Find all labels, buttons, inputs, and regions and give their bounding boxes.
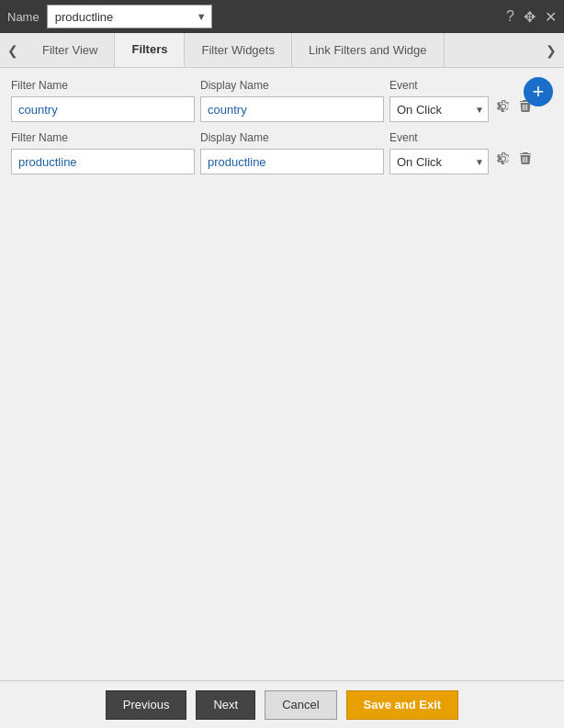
nav-next-arrow[interactable]: ❯ — [538, 33, 564, 68]
header-bar: Name productline ▼ ? ✥ ✕ — [0, 0, 564, 33]
delete-icon-2[interactable] — [516, 150, 535, 168]
next-button[interactable]: Next — [196, 690, 255, 720]
filter-name-label-2: Filter Name — [11, 131, 195, 144]
event-label-2: Event — [389, 131, 489, 144]
display-name-label-1: Display Name — [200, 79, 384, 92]
event-group-1: Event On Click On Hover On Load ▼ — [389, 79, 489, 122]
move-icon[interactable]: ✥ — [524, 8, 536, 26]
event-select-wrapper-1: On Click On Hover On Load ▼ — [389, 96, 489, 122]
main-content: + Filter Name Display Name Event On Clic… — [0, 68, 564, 680]
filter-name-group-1: Filter Name — [11, 79, 195, 122]
row-actions-2 — [494, 150, 535, 170]
tab-link-filters[interactable]: Link Filters and Widge — [292, 33, 445, 67]
nav-tabs-list: Filter View Filters Filter Widgets Link … — [26, 33, 538, 67]
event-select-2[interactable]: On Click On Hover On Load — [389, 149, 489, 174]
header-icons: ? ✥ ✕ — [506, 8, 557, 26]
display-name-label-2: Display Name — [200, 131, 384, 144]
name-label: Name — [7, 10, 39, 24]
cancel-button[interactable]: Cancel — [265, 690, 336, 720]
event-group-2: Event On Click On Hover On Load ▼ — [389, 131, 489, 174]
nav-tabs: ❮ Filter View Filters Filter Widgets Lin… — [0, 33, 564, 68]
name-select[interactable]: productline — [47, 5, 212, 28]
filter-name-group-2: Filter Name — [11, 131, 195, 174]
tab-filter-widgets[interactable]: Filter Widgets — [185, 33, 291, 67]
filter-name-label-1: Filter Name — [11, 79, 195, 92]
event-select-wrapper-2: On Click On Hover On Load ▼ — [389, 149, 489, 174]
event-label-1: Event — [389, 79, 489, 92]
display-name-input-2[interactable] — [200, 149, 384, 174]
settings-icon-1[interactable] — [494, 97, 513, 116]
filter-row-1: Filter Name Display Name Event On Click … — [11, 79, 553, 122]
help-icon[interactable]: ? — [506, 8, 514, 25]
event-select-1[interactable]: On Click On Hover On Load — [389, 96, 489, 122]
filter-row-2: Filter Name Display Name Event On Click … — [11, 131, 553, 174]
nav-prev-arrow[interactable]: ❮ — [0, 33, 26, 68]
add-filter-button[interactable]: + — [524, 77, 553, 106]
previous-button[interactable]: Previous — [106, 690, 187, 720]
close-icon[interactable]: ✕ — [545, 8, 557, 26]
display-name-group-2: Display Name — [200, 131, 384, 174]
footer: Previous Next Cancel Save and Exit — [0, 680, 564, 728]
settings-icon-2[interactable] — [494, 150, 513, 168]
display-name-group-1: Display Name — [200, 79, 384, 122]
name-select-wrapper: productline ▼ — [47, 5, 212, 28]
tab-filter-view[interactable]: Filter View — [26, 33, 115, 67]
filter-name-input-1[interactable] — [11, 96, 195, 122]
display-name-input-1[interactable] — [200, 96, 384, 122]
save-exit-button[interactable]: Save and Exit — [346, 690, 459, 720]
tab-filters[interactable]: Filters — [115, 33, 185, 67]
filter-name-input-2[interactable] — [11, 149, 195, 174]
